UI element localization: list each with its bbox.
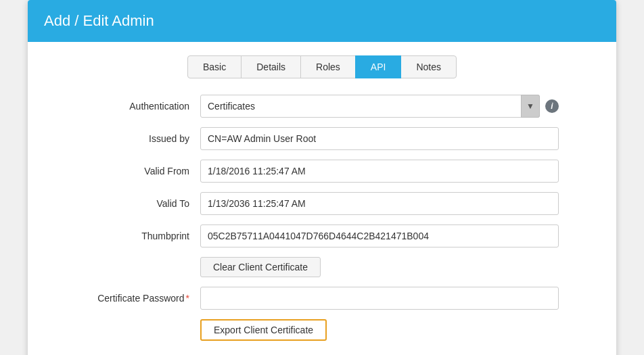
- authentication-label: Authentication: [85, 101, 200, 112]
- modal-container: Add / Edit Admin Basic Details Roles API…: [28, 0, 616, 355]
- valid-to-input: [200, 192, 559, 215]
- issued-by-input: [200, 127, 559, 150]
- modal-header: Add / Edit Admin: [28, 0, 616, 42]
- tab-roles[interactable]: Roles: [300, 55, 356, 78]
- valid-from-label: Valid From: [85, 166, 200, 176]
- authentication-select-wrapper: Certificates ▼: [200, 95, 540, 118]
- thumbprint-label: Thumbprint: [85, 231, 200, 241]
- cert-password-input[interactable]: [200, 287, 559, 310]
- tab-details[interactable]: Details: [241, 55, 301, 78]
- clear-cert-button[interactable]: Clear Client Certificate: [200, 257, 321, 277]
- modal-body: Basic Details Roles API Notes Authentica…: [28, 42, 616, 355]
- valid-from-input: [200, 160, 559, 183]
- cert-password-row: Certificate Password*: [85, 287, 559, 310]
- valid-to-row: Valid To: [85, 192, 559, 215]
- valid-from-row: Valid From: [85, 160, 559, 183]
- info-icon[interactable]: i: [545, 99, 559, 113]
- authentication-row: Authentication Certificates ▼ i: [85, 95, 559, 118]
- tab-basic[interactable]: Basic: [187, 55, 242, 78]
- thumbprint-row: Thumbprint: [85, 224, 559, 247]
- tab-bar: Basic Details Roles API Notes: [48, 55, 596, 78]
- valid-to-label: Valid To: [85, 198, 200, 209]
- export-cert-button[interactable]: Export Client Certificate: [200, 319, 327, 341]
- thumbprint-input: [200, 224, 559, 247]
- authentication-select[interactable]: Certificates: [200, 95, 540, 118]
- export-cert-row: Export Client Certificate: [85, 319, 559, 341]
- issued-by-label: Issued by: [85, 133, 200, 144]
- cert-password-label: Certificate Password*: [85, 293, 200, 304]
- issued-by-row: Issued by: [85, 127, 559, 150]
- api-form: Authentication Certificates ▼ i Issued b…: [85, 95, 559, 341]
- tab-api[interactable]: API: [355, 55, 402, 78]
- modal-title: Add / Edit Admin: [44, 12, 154, 29]
- clear-cert-row: Clear Client Certificate: [85, 257, 559, 277]
- tab-notes[interactable]: Notes: [400, 55, 457, 78]
